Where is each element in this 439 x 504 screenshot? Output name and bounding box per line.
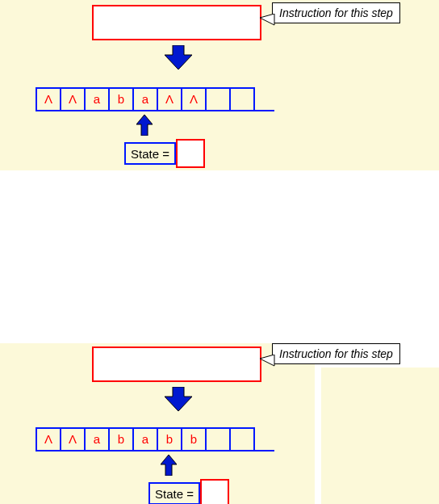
tape-step-3: Λ Λ a b a b b bbox=[36, 427, 255, 452]
tape-step-1: Λ Λ a b a Λ Λ bbox=[36, 87, 255, 111]
state-group-step-1: State = bbox=[124, 139, 205, 168]
tape-cell: Λ bbox=[181, 87, 205, 111]
state-value-box bbox=[200, 479, 229, 504]
tape-right-line bbox=[255, 110, 274, 111]
head-arrow-step-1 bbox=[136, 115, 153, 136]
instruction-box-step-3 bbox=[92, 346, 261, 382]
callout-label: Instruction for this step bbox=[279, 6, 393, 19]
tape-cell: b bbox=[108, 87, 132, 111]
tape-cell: Λ bbox=[60, 427, 84, 452]
state-value-box bbox=[176, 139, 205, 168]
tape-right-line bbox=[255, 450, 274, 452]
callout-tail-step-3 bbox=[260, 355, 276, 369]
tape-cell: a bbox=[84, 87, 108, 111]
tape-cell: b bbox=[108, 427, 132, 452]
state-label-box: State = bbox=[148, 482, 200, 504]
svg-marker-2 bbox=[136, 115, 153, 136]
instruction-box-step-1 bbox=[92, 5, 261, 40]
state-group-step-3: State = bbox=[148, 479, 229, 504]
down-arrow-step-1 bbox=[165, 45, 192, 69]
svg-marker-7 bbox=[165, 387, 192, 411]
tape-cell bbox=[229, 427, 255, 452]
tape-cell: Λ bbox=[36, 87, 60, 111]
callout-step-1: Instruction for this step bbox=[272, 2, 400, 23]
state-label: State = bbox=[155, 487, 194, 501]
tape-cell: a bbox=[84, 427, 108, 452]
callout-step-3: Instruction for this step bbox=[272, 343, 400, 364]
tape-cell bbox=[205, 427, 229, 452]
svg-marker-6 bbox=[260, 355, 274, 366]
tape-cell: b bbox=[181, 427, 205, 452]
callout-tail-step-1 bbox=[260, 14, 276, 28]
tape-cell: a bbox=[132, 427, 157, 452]
tape-cell bbox=[205, 87, 229, 111]
svg-marker-0 bbox=[260, 14, 274, 25]
state-label-box: State = bbox=[124, 142, 176, 165]
state-label: State = bbox=[131, 147, 169, 161]
callout-label: Instruction for this step bbox=[279, 347, 393, 360]
tape-cell: Λ bbox=[157, 87, 181, 111]
tape-cell: b bbox=[157, 427, 181, 452]
tape-cell: Λ bbox=[36, 427, 60, 452]
svg-marker-8 bbox=[161, 455, 177, 476]
down-arrow-step-3 bbox=[165, 387, 192, 411]
tape-cell: a bbox=[132, 87, 157, 111]
head-arrow-step-3 bbox=[161, 455, 177, 476]
tape-cell bbox=[229, 87, 255, 111]
tape-cell: Λ bbox=[60, 87, 84, 111]
svg-marker-1 bbox=[165, 45, 192, 69]
